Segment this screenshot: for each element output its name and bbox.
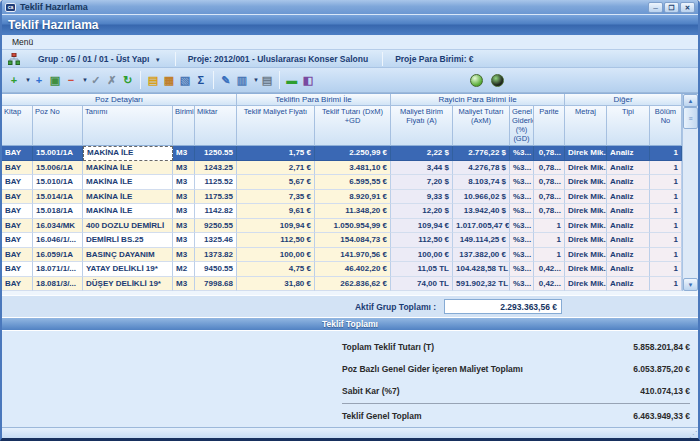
column-header[interactable]: Poz No <box>33 106 83 146</box>
grid-cell[interactable]: 13.942,40 $ <box>453 204 510 219</box>
grid-cell[interactable]: Analiz <box>607 262 650 277</box>
grid-cell[interactable]: M3 <box>173 204 195 219</box>
grid-cell[interactable]: 46.402,20 € <box>315 262 391 277</box>
duplicate-row-icon[interactable]: ▣ <box>47 72 63 88</box>
grid-cell[interactable]: 74,00 TL <box>391 277 453 292</box>
grid-cell[interactable]: 591.902,32 TL <box>453 277 510 292</box>
table-row[interactable]: BAY16.034/MK400 DOZLU DEMİRLİM39250.5510… <box>2 219 682 234</box>
grid-cell[interactable]: Analiz <box>607 146 650 161</box>
grid-cell[interactable]: MAKİNA İLE <box>83 146 173 161</box>
grid-cell[interactable]: M3 <box>173 190 195 205</box>
grid-cell[interactable]: 1.050.954,99 € <box>315 219 391 234</box>
grid-cell[interactable]: 1 <box>650 204 682 219</box>
grid-cell[interactable]: 149.114,25 € <box>453 233 510 248</box>
grid-cell[interactable]: Direk Mik... <box>565 161 607 176</box>
grid-cell[interactable]: 141.970,56 € <box>315 248 391 263</box>
grid-cell[interactable]: 2,71 € <box>237 161 315 176</box>
grid-cell[interactable]: 15.001/1A <box>33 146 83 161</box>
grid-cell[interactable]: 1250.55 <box>195 146 237 161</box>
deselect-all-icon[interactable]: ✗ <box>104 72 120 88</box>
grid-cell[interactable]: Direk Mik... <box>565 219 607 234</box>
select-all-icon[interactable]: ✓ <box>88 72 104 88</box>
grid-cell[interactable]: 1 <box>650 219 682 234</box>
table-row[interactable]: BAY15.006/1AMAKİNA İLEM31243.252,71 €3.4… <box>2 161 682 176</box>
grid-cell[interactable]: 1 <box>650 175 682 190</box>
grid-cell[interactable]: 1325.46 <box>195 233 237 248</box>
grid-cell[interactable]: 7998.68 <box>195 277 237 292</box>
scrollbar-track[interactable] <box>683 129 698 278</box>
close-button[interactable]: ✕ <box>680 2 695 13</box>
grid-cell[interactable]: BAY <box>2 233 33 248</box>
grid-cell[interactable]: Direk Mik... <box>565 190 607 205</box>
grid-cell[interactable]: Analiz <box>607 219 650 234</box>
grid-cell[interactable]: BAY <box>2 277 33 292</box>
grid-cell[interactable]: %3... <box>510 175 534 190</box>
grid-cell[interactable]: 1.017.005,47 € <box>453 219 510 234</box>
grid-cell[interactable]: MAKİNA İLE <box>83 190 173 205</box>
grid-cell[interactable]: 1243.25 <box>195 161 237 176</box>
grid-cell[interactable]: 137.382,00 € <box>453 248 510 263</box>
grid-cell[interactable]: 0,78... <box>534 204 565 219</box>
grid-cell[interactable]: BAY <box>2 262 33 277</box>
scrollbar-thumb[interactable]: ≡ <box>683 107 698 129</box>
grid-cell[interactable]: 1 <box>650 277 682 292</box>
scroll-up-button[interactable]: ▲ <box>683 94 698 107</box>
grid-cell[interactable]: Direk Mik... <box>565 204 607 219</box>
sum-icon[interactable]: Σ <box>193 72 209 88</box>
grid-cell[interactable]: 6.595,55 € <box>315 175 391 190</box>
group-selector[interactable]: Grup : 05 / 01 / 01 - Üst Yapı ▼ <box>38 54 161 64</box>
grid-cell[interactable]: 0,78... <box>534 161 565 176</box>
minimize-button[interactable]: ─ <box>648 2 663 13</box>
grid-cell[interactable]: M3 <box>173 248 195 263</box>
grid-cell[interactable]: Analiz <box>607 175 650 190</box>
grid-cell[interactable]: M3 <box>173 219 195 234</box>
grid-cell[interactable]: 2.776,22 $ <box>453 146 510 161</box>
grid-cell[interactable]: 400 DOZLU DEMİRLİ <box>83 219 173 234</box>
grid-cell[interactable]: 154.084,73 € <box>315 233 391 248</box>
table-row[interactable]: BAY15.010/1AMAKİNA İLEM31125.525,67 €6.5… <box>2 175 682 190</box>
grid-cell[interactable]: 1 <box>650 262 682 277</box>
edit-icon[interactable]: ✎ <box>218 72 234 88</box>
grid-cell[interactable]: 1175.35 <box>195 190 237 205</box>
grid-cell[interactable]: 4,75 € <box>237 262 315 277</box>
grid-cell[interactable]: %3... <box>510 146 534 161</box>
grid-cell[interactable]: 100,00 € <box>237 248 315 263</box>
grid-cell[interactable]: DÜŞEY DELİKLİ 19* <box>83 277 173 292</box>
column-header[interactable]: Kitap <box>2 106 33 146</box>
table-row[interactable]: BAY16.046/1/...DEMİRLİ BS.25M31325.46112… <box>2 233 682 248</box>
column-header[interactable]: Maliyet Tutarı (AxM) <box>453 106 510 146</box>
grid-cell[interactable]: 0,78... <box>534 146 565 161</box>
grid-cell[interactable]: BAY <box>2 146 33 161</box>
renumber-icon[interactable]: ↻ <box>120 72 136 88</box>
grid-cell[interactable]: BAY <box>2 190 33 205</box>
grid-cell[interactable]: BAY <box>2 161 33 176</box>
grid-cell[interactable]: 1125.52 <box>195 175 237 190</box>
grid-cell[interactable]: 18.071/1/... <box>33 262 83 277</box>
grid-cell[interactable]: 9450.55 <box>195 262 237 277</box>
grid-cell[interactable]: 1373.82 <box>195 248 237 263</box>
grid-cell[interactable]: 9250.55 <box>195 219 237 234</box>
grid-cell[interactable]: Direk Mik... <box>565 233 607 248</box>
grid-cell[interactable]: BAY <box>2 175 33 190</box>
card-icon[interactable]: ▤ <box>145 72 161 88</box>
column-header[interactable]: Miktar <box>195 106 237 146</box>
grid-cell[interactable]: Analiz <box>607 248 650 263</box>
grid-cell[interactable]: 9,33 $ <box>391 190 453 205</box>
grid-cell[interactable]: Analiz <box>607 204 650 219</box>
grid-cell[interactable]: 1 <box>650 146 682 161</box>
ok-orb-icon[interactable] <box>470 74 483 87</box>
grid-cell[interactable]: 10.966,02 $ <box>453 190 510 205</box>
grid-cell[interactable]: M3 <box>173 233 195 248</box>
grid-cell[interactable]: 1 <box>534 233 565 248</box>
grid-cell[interactable]: 8.103,74 $ <box>453 175 510 190</box>
grid-cell[interactable]: 7,35 € <box>237 190 315 205</box>
preview-document-icon[interactable]: ▧ <box>177 72 193 88</box>
grid-cell[interactable]: BASINÇ DAYANIM <box>83 248 173 263</box>
grid-cell[interactable]: 9,61 € <box>237 204 315 219</box>
grid-cell[interactable]: 262.836,62 € <box>315 277 391 292</box>
grid-cell[interactable]: 15.018/1A <box>33 204 83 219</box>
grid-cell[interactable]: M3 <box>173 175 195 190</box>
add-sub-row-icon[interactable]: + <box>31 72 47 88</box>
delete-row-icon[interactable]: − <box>63 72 79 88</box>
grid-cell[interactable]: 16.046/1/... <box>33 233 83 248</box>
